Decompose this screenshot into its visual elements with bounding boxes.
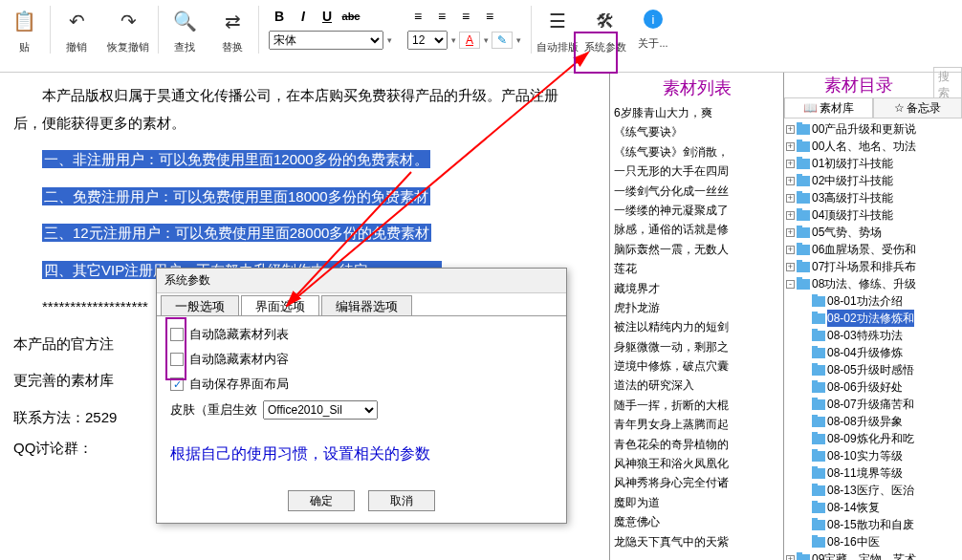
chevron-down-icon[interactable]: ▾ [451,35,456,45]
tree-row[interactable]: 08-15散功和自废 [786,516,960,533]
italic-button[interactable]: I [293,8,314,25]
undo-button[interactable]: ↶撤销 [53,2,100,54]
tree-row[interactable]: +05气势、势场 [786,224,960,241]
tab-editor[interactable]: 编辑器选项 [321,295,412,315]
list-item[interactable]: 青色花朵的奇异植物的 [614,435,779,454]
list-item[interactable]: 一缕剑气分化成一丝丝 [614,182,779,201]
list-item[interactable]: 一只无形的大手在四周 [614,162,779,181]
list-item[interactable]: 脑际轰然一震，无数人 [614,240,779,259]
sysparam-button[interactable]: 🛠系统参数 [581,2,629,54]
list-item[interactable]: 青年男女身上蒸腾而起 [614,415,779,434]
tree-row[interactable]: +03高级打斗技能 [786,189,960,206]
tree-row[interactable]: +09宝藏、宝物、艺术 [786,550,960,560]
chevron-down-icon[interactable]: ▾ [516,35,521,45]
bold-button[interactable]: B [269,8,290,25]
replace-button[interactable]: ⇄替换 [208,2,256,54]
expand-icon[interactable]: + [786,246,795,254]
ok-button[interactable]: 确定 [288,490,355,511]
align-left-icon[interactable]: ≡ [407,8,428,25]
list-item[interactable]: 道法的研究深入 [614,376,779,395]
highlight-button[interactable]: ✎ [492,32,513,49]
list-item[interactable]: 6岁膝青山大力，爽 [614,103,779,122]
list-item[interactable]: 随手一挥，折断的大棍 [614,396,779,415]
tab-ui[interactable]: 界面选项 [241,295,319,315]
tree-row[interactable]: 08-07升级痛苦和 [786,396,960,413]
tree-row[interactable]: +00人名、地名、功法 [786,138,960,155]
tree-row[interactable]: 08-10实力等级 [786,447,960,464]
tree-row[interactable]: +06血腥场景、受伤和 [786,241,960,258]
tree-row[interactable]: -08功法、修练、升级 [786,275,960,292]
list-item[interactable]: 龙隐天下真气中的天紫 [614,532,779,551]
list-item[interactable]: 脉感，通俗的话就是修 [614,220,779,239]
paste-button[interactable]: 📋贴 [0,2,48,54]
tree-row[interactable]: +02中级打斗技能 [786,172,960,189]
expand-icon[interactable]: - [786,280,795,289]
list-item[interactable]: 《练气要诀》 [614,122,779,141]
checkbox-hide-content[interactable] [170,353,184,366]
redo-button[interactable]: ↷恢复撤销 [100,2,156,54]
tree-row[interactable]: 08-04升级修炼 [786,344,960,361]
align-center-icon[interactable]: ≡ [431,8,452,25]
list-item[interactable]: 藏境界才 [614,279,779,298]
cancel-button[interactable]: 取消 [368,490,435,511]
list-item[interactable]: 一缕缕的神元凝聚成了 [614,201,779,220]
tree-row[interactable]: +04顶级打斗技能 [786,206,960,224]
checkbox-save-layout[interactable]: ✓ [170,377,184,391]
expand-icon[interactable]: + [786,142,795,151]
align-justify-icon[interactable]: ≡ [479,8,500,25]
tree-row[interactable]: 08-14恢复 [786,499,960,516]
list-item[interactable]: 被注以精纯内力的短剑 [614,317,779,336]
expand-icon[interactable]: + [786,125,795,134]
material-list[interactable]: 6岁膝青山大力，爽《练气要诀》《练气要诀》剑消散，一只无形的大手在四周一缕剑气分… [614,103,779,551]
tree-row[interactable]: 08-02功法修炼和 [786,310,960,327]
list-item[interactable]: 魔即为道 [614,493,779,512]
tree-row[interactable]: 08-05升级时感悟 [786,361,960,378]
checkbox-hide-list[interactable] [170,328,184,341]
tree-row[interactable]: 08-09炼化丹和吃 [786,430,960,447]
skin-select[interactable]: Office2010_Sil [263,400,378,420]
tree-row[interactable]: 08-03特殊功法 [786,327,960,344]
tree-row[interactable]: 08-13医疗、医治 [786,482,960,499]
expand-icon[interactable]: + [786,160,795,168]
tab-memo[interactable]: ☆备忘录 [873,97,962,118]
tree-row[interactable]: 08-08升级异象 [786,413,960,430]
list-item[interactable]: 《练气要诀》剑消散， [614,142,779,162]
expand-icon[interactable]: + [786,555,795,561]
material-tree[interactable]: +00产品升级和更新说+00人名、地名、功法+01初级打斗技能+02中级打斗技能… [784,118,962,560]
expand-icon[interactable]: + [786,263,795,271]
expand-icon[interactable]: + [786,194,795,203]
find-button[interactable]: 🔍查找 [161,2,208,54]
strike-button[interactable]: abc [340,8,361,25]
tree-row[interactable]: 08-16中医 [786,533,960,550]
tab-general[interactable]: 一般选项 [161,295,239,315]
font-color-button[interactable]: A [459,32,480,49]
underline-button[interactable]: U [317,8,338,25]
expand-icon[interactable]: + [786,177,795,185]
tree-row[interactable]: +00产品升级和更新说 [786,120,960,138]
font-select[interactable]: 宋体 [269,31,383,50]
list-item[interactable]: 魔意佛心 [614,512,779,531]
align-right-icon[interactable]: ≡ [455,8,476,25]
tree-row[interactable]: +07打斗场景和排兵布 [786,258,960,275]
tree-row[interactable]: 08-01功法介绍 [786,292,960,310]
tree-row[interactable]: 08-06升级好处 [786,378,960,396]
folder-icon [797,554,810,561]
expand-icon[interactable]: + [786,228,795,237]
chevron-down-icon[interactable]: ▾ [484,35,489,45]
about-button[interactable]: i关于... [629,2,677,51]
list-item[interactable]: 风神狼王和浴火凤凰化 [614,454,779,473]
list-item[interactable]: 风神秀将身心完全付诸 [614,473,779,492]
tree-row[interactable]: 08-11境界等级 [786,464,960,482]
chevron-down-icon[interactable]: ▾ [387,35,392,45]
list-item[interactable]: 身躯微微一动，剩那之 [614,337,779,356]
list-item[interactable]: 莲花 [614,259,779,278]
autolayout-icon: ☰ [546,10,569,32]
size-select[interactable]: 12 [407,31,448,50]
expand-icon[interactable]: + [786,211,795,220]
tab-material[interactable]: 📖素材库 [784,97,873,118]
list-item[interactable]: 逆境中修炼，破点穴囊 [614,356,779,376]
autolayout-button[interactable]: ☰自动排版 [534,2,581,54]
list-item[interactable]: 虎扑龙游 [614,298,779,317]
tree-row[interactable]: +01初级打斗技能 [786,155,960,172]
tree-label: 08-10实力等级 [827,447,903,464]
